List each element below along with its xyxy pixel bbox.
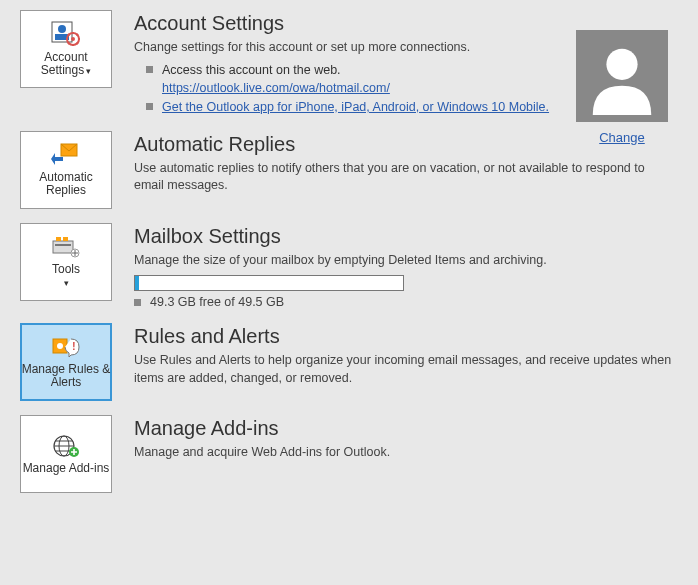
svg-point-12 xyxy=(71,37,75,41)
profile-picture[interactable] xyxy=(576,30,668,122)
tile-label: Manage Add-ins xyxy=(23,462,110,475)
manage-addins-desc: Manage and acquire Web Add-ins for Outlo… xyxy=(134,444,678,462)
manage-addins-content: Manage Add-ins Manage and acquire Web Ad… xyxy=(134,415,678,462)
outlook-app-link[interactable]: Get the Outlook app for iPhone, iPad, An… xyxy=(162,100,549,114)
mailbox-settings-heading: Mailbox Settings xyxy=(134,225,678,248)
automatic-replies-section: Automatic Replies Automatic Replies Use … xyxy=(20,131,678,209)
svg-line-10 xyxy=(68,42,70,44)
avatar-placeholder-icon xyxy=(583,37,661,115)
svg-text:!: ! xyxy=(72,340,76,352)
svg-rect-16 xyxy=(53,241,73,253)
dropdown-caret-icon: ▾ xyxy=(64,278,69,288)
tile-label: Tools xyxy=(52,262,80,276)
svg-rect-18 xyxy=(63,237,68,241)
tools-button[interactable]: Tools▾ xyxy=(20,223,112,301)
automatic-replies-content: Automatic Replies Use automatic replies … xyxy=(134,131,678,195)
svg-point-22 xyxy=(57,343,63,349)
rules-alerts-icon: ! xyxy=(51,335,81,359)
svg-line-11 xyxy=(77,34,79,36)
svg-point-14 xyxy=(606,49,637,80)
mailbox-progress-bar xyxy=(134,275,404,291)
automatic-replies-heading: Automatic Replies xyxy=(134,133,678,156)
account-settings-section: Account Settings▾ Account Settings Chang… xyxy=(20,10,678,117)
automatic-replies-icon xyxy=(51,143,81,167)
mailbox-settings-section: Tools▾ Mailbox Settings Manage the size … xyxy=(20,223,678,310)
svg-rect-17 xyxy=(56,237,61,241)
rules-alerts-content: Rules and Alerts Use Rules and Alerts to… xyxy=(134,323,678,387)
svg-point-1 xyxy=(58,25,66,33)
tile-label: Account Settings xyxy=(41,50,88,77)
tile-label: Automatic Replies xyxy=(21,171,111,197)
mailbox-progress-fill xyxy=(135,276,139,290)
svg-rect-19 xyxy=(55,244,71,246)
tools-icon xyxy=(51,235,81,259)
automatic-replies-desc: Use automatic replies to notify others t… xyxy=(134,160,678,195)
mailbox-settings-content: Mailbox Settings Manage the size of your… xyxy=(134,223,678,310)
dropdown-caret-icon: ▾ xyxy=(86,66,91,76)
outlook-web-link[interactable]: https://outlook.live.com/owa/hotmail.com… xyxy=(162,81,390,95)
mailbox-usage-text: 49.3 GB free of 49.5 GB xyxy=(134,295,678,309)
mailbox-settings-desc: Manage the size of your mailbox by empty… xyxy=(134,252,678,270)
addins-icon xyxy=(52,434,80,458)
manage-addins-heading: Manage Add-ins xyxy=(134,417,678,440)
automatic-replies-button[interactable]: Automatic Replies xyxy=(20,131,112,209)
account-settings-icon xyxy=(51,21,81,47)
manage-addins-button[interactable]: Manage Add-ins xyxy=(20,415,112,493)
tile-label: Manage Rules & Alerts xyxy=(21,363,111,389)
rules-alerts-section: ! Manage Rules & Alerts Rules and Alerts… xyxy=(20,323,678,401)
bullet-text: Access this account on the web. xyxy=(162,63,341,77)
svg-line-9 xyxy=(77,42,79,44)
svg-line-8 xyxy=(68,34,70,36)
rules-alerts-desc: Use Rules and Alerts to help organize yo… xyxy=(134,352,678,387)
account-settings-button[interactable]: Account Settings▾ xyxy=(20,10,112,88)
manage-addins-section: Manage Add-ins Manage Add-ins Manage and… xyxy=(20,415,678,493)
manage-rules-alerts-button[interactable]: ! Manage Rules & Alerts xyxy=(20,323,112,401)
profile-picture-box: Change xyxy=(576,30,668,145)
rules-alerts-heading: Rules and Alerts xyxy=(134,325,678,348)
mailbox-progress-wrap: 49.3 GB free of 49.5 GB xyxy=(134,275,678,309)
